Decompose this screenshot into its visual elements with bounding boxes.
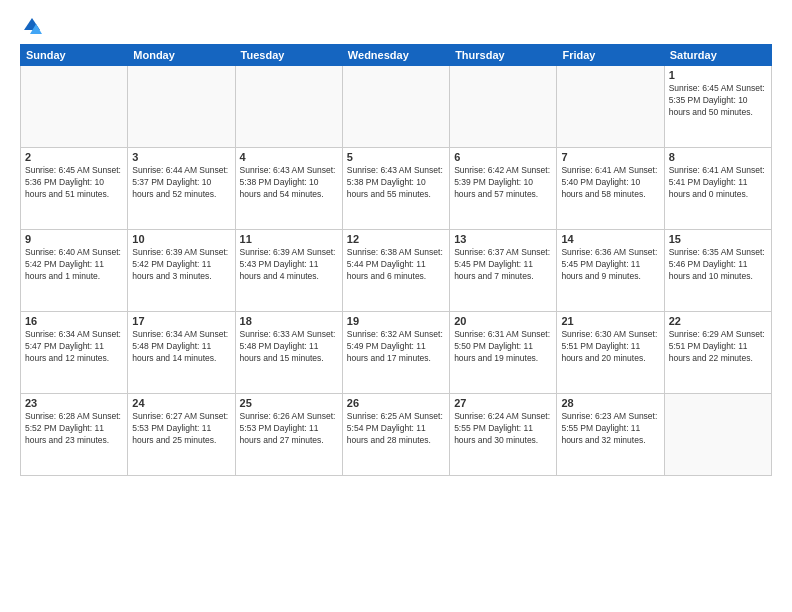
calendar-cell (450, 66, 557, 148)
calendar-cell: 6Sunrise: 6:42 AM Sunset: 5:39 PM Daylig… (450, 148, 557, 230)
day-number: 1 (669, 69, 767, 81)
day-number: 25 (240, 397, 338, 409)
day-info: Sunrise: 6:38 AM Sunset: 5:44 PM Dayligh… (347, 247, 445, 283)
day-info: Sunrise: 6:39 AM Sunset: 5:43 PM Dayligh… (240, 247, 338, 283)
logo (20, 16, 42, 36)
calendar-cell: 8Sunrise: 6:41 AM Sunset: 5:41 PM Daylig… (664, 148, 771, 230)
day-header-friday: Friday (557, 45, 664, 66)
day-header-thursday: Thursday (450, 45, 557, 66)
day-number: 27 (454, 397, 552, 409)
day-info: Sunrise: 6:42 AM Sunset: 5:39 PM Dayligh… (454, 165, 552, 201)
day-number: 15 (669, 233, 767, 245)
day-info: Sunrise: 6:29 AM Sunset: 5:51 PM Dayligh… (669, 329, 767, 365)
day-number: 14 (561, 233, 659, 245)
day-number: 6 (454, 151, 552, 163)
day-info: Sunrise: 6:44 AM Sunset: 5:37 PM Dayligh… (132, 165, 230, 201)
day-info: Sunrise: 6:41 AM Sunset: 5:40 PM Dayligh… (561, 165, 659, 201)
calendar-cell (557, 66, 664, 148)
day-number: 23 (25, 397, 123, 409)
day-info: Sunrise: 6:35 AM Sunset: 5:46 PM Dayligh… (669, 247, 767, 283)
day-header-monday: Monday (128, 45, 235, 66)
calendar-cell (664, 394, 771, 476)
calendar-cell: 2Sunrise: 6:45 AM Sunset: 5:36 PM Daylig… (21, 148, 128, 230)
day-number: 24 (132, 397, 230, 409)
day-info: Sunrise: 6:36 AM Sunset: 5:45 PM Dayligh… (561, 247, 659, 283)
day-number: 19 (347, 315, 445, 327)
calendar-week-0: 1Sunrise: 6:45 AM Sunset: 5:35 PM Daylig… (21, 66, 772, 148)
day-info: Sunrise: 6:30 AM Sunset: 5:51 PM Dayligh… (561, 329, 659, 365)
day-info: Sunrise: 6:43 AM Sunset: 5:38 PM Dayligh… (240, 165, 338, 201)
day-number: 11 (240, 233, 338, 245)
day-info: Sunrise: 6:26 AM Sunset: 5:53 PM Dayligh… (240, 411, 338, 447)
calendar-week-1: 2Sunrise: 6:45 AM Sunset: 5:36 PM Daylig… (21, 148, 772, 230)
calendar-cell: 1Sunrise: 6:45 AM Sunset: 5:35 PM Daylig… (664, 66, 771, 148)
calendar-cell: 23Sunrise: 6:28 AM Sunset: 5:52 PM Dayli… (21, 394, 128, 476)
calendar-week-3: 16Sunrise: 6:34 AM Sunset: 5:47 PM Dayli… (21, 312, 772, 394)
calendar-cell: 4Sunrise: 6:43 AM Sunset: 5:38 PM Daylig… (235, 148, 342, 230)
day-number: 4 (240, 151, 338, 163)
day-number: 26 (347, 397, 445, 409)
day-number: 16 (25, 315, 123, 327)
day-info: Sunrise: 6:41 AM Sunset: 5:41 PM Dayligh… (669, 165, 767, 201)
day-number: 22 (669, 315, 767, 327)
calendar-cell (235, 66, 342, 148)
calendar: SundayMondayTuesdayWednesdayThursdayFrid… (20, 44, 772, 476)
calendar-cell (342, 66, 449, 148)
day-number: 17 (132, 315, 230, 327)
calendar-cell: 11Sunrise: 6:39 AM Sunset: 5:43 PM Dayli… (235, 230, 342, 312)
calendar-week-2: 9Sunrise: 6:40 AM Sunset: 5:42 PM Daylig… (21, 230, 772, 312)
day-number: 7 (561, 151, 659, 163)
day-info: Sunrise: 6:33 AM Sunset: 5:48 PM Dayligh… (240, 329, 338, 365)
day-number: 10 (132, 233, 230, 245)
calendar-cell: 19Sunrise: 6:32 AM Sunset: 5:49 PM Dayli… (342, 312, 449, 394)
calendar-cell: 22Sunrise: 6:29 AM Sunset: 5:51 PM Dayli… (664, 312, 771, 394)
calendar-cell: 24Sunrise: 6:27 AM Sunset: 5:53 PM Dayli… (128, 394, 235, 476)
calendar-cell: 3Sunrise: 6:44 AM Sunset: 5:37 PM Daylig… (128, 148, 235, 230)
day-info: Sunrise: 6:24 AM Sunset: 5:55 PM Dayligh… (454, 411, 552, 447)
day-number: 9 (25, 233, 123, 245)
day-info: Sunrise: 6:39 AM Sunset: 5:42 PM Dayligh… (132, 247, 230, 283)
calendar-cell: 5Sunrise: 6:43 AM Sunset: 5:38 PM Daylig… (342, 148, 449, 230)
calendar-header-row: SundayMondayTuesdayWednesdayThursdayFrid… (21, 45, 772, 66)
calendar-cell: 25Sunrise: 6:26 AM Sunset: 5:53 PM Dayli… (235, 394, 342, 476)
calendar-cell (128, 66, 235, 148)
calendar-cell: 15Sunrise: 6:35 AM Sunset: 5:46 PM Dayli… (664, 230, 771, 312)
calendar-cell: 18Sunrise: 6:33 AM Sunset: 5:48 PM Dayli… (235, 312, 342, 394)
day-number: 2 (25, 151, 123, 163)
logo-icon (22, 16, 42, 36)
day-number: 20 (454, 315, 552, 327)
day-info: Sunrise: 6:34 AM Sunset: 5:47 PM Dayligh… (25, 329, 123, 365)
day-info: Sunrise: 6:27 AM Sunset: 5:53 PM Dayligh… (132, 411, 230, 447)
calendar-cell: 12Sunrise: 6:38 AM Sunset: 5:44 PM Dayli… (342, 230, 449, 312)
day-header-wednesday: Wednesday (342, 45, 449, 66)
day-info: Sunrise: 6:45 AM Sunset: 5:35 PM Dayligh… (669, 83, 767, 119)
day-info: Sunrise: 6:40 AM Sunset: 5:42 PM Dayligh… (25, 247, 123, 283)
day-info: Sunrise: 6:43 AM Sunset: 5:38 PM Dayligh… (347, 165, 445, 201)
day-header-tuesday: Tuesday (235, 45, 342, 66)
calendar-cell: 20Sunrise: 6:31 AM Sunset: 5:50 PM Dayli… (450, 312, 557, 394)
day-info: Sunrise: 6:45 AM Sunset: 5:36 PM Dayligh… (25, 165, 123, 201)
calendar-cell: 9Sunrise: 6:40 AM Sunset: 5:42 PM Daylig… (21, 230, 128, 312)
day-info: Sunrise: 6:37 AM Sunset: 5:45 PM Dayligh… (454, 247, 552, 283)
calendar-cell: 26Sunrise: 6:25 AM Sunset: 5:54 PM Dayli… (342, 394, 449, 476)
day-info: Sunrise: 6:25 AM Sunset: 5:54 PM Dayligh… (347, 411, 445, 447)
day-number: 21 (561, 315, 659, 327)
day-info: Sunrise: 6:28 AM Sunset: 5:52 PM Dayligh… (25, 411, 123, 447)
calendar-cell: 14Sunrise: 6:36 AM Sunset: 5:45 PM Dayli… (557, 230, 664, 312)
calendar-cell: 16Sunrise: 6:34 AM Sunset: 5:47 PM Dayli… (21, 312, 128, 394)
day-number: 28 (561, 397, 659, 409)
header (20, 16, 772, 36)
day-number: 18 (240, 315, 338, 327)
day-number: 5 (347, 151, 445, 163)
calendar-cell: 7Sunrise: 6:41 AM Sunset: 5:40 PM Daylig… (557, 148, 664, 230)
calendar-cell: 27Sunrise: 6:24 AM Sunset: 5:55 PM Dayli… (450, 394, 557, 476)
day-number: 13 (454, 233, 552, 245)
day-header-saturday: Saturday (664, 45, 771, 66)
day-number: 8 (669, 151, 767, 163)
calendar-cell: 17Sunrise: 6:34 AM Sunset: 5:48 PM Dayli… (128, 312, 235, 394)
day-number: 3 (132, 151, 230, 163)
calendar-cell: 13Sunrise: 6:37 AM Sunset: 5:45 PM Dayli… (450, 230, 557, 312)
day-header-sunday: Sunday (21, 45, 128, 66)
calendar-cell: 10Sunrise: 6:39 AM Sunset: 5:42 PM Dayli… (128, 230, 235, 312)
day-info: Sunrise: 6:34 AM Sunset: 5:48 PM Dayligh… (132, 329, 230, 365)
